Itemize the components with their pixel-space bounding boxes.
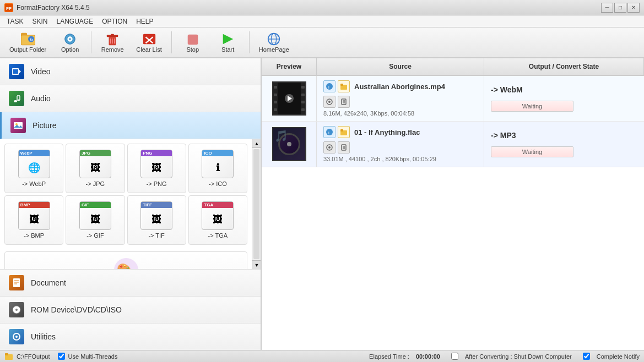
- source-header-1: i Australian Aborigines.mp4: [323, 80, 477, 92]
- option-button[interactable]: Option: [53, 29, 86, 56]
- category-utilities[interactable]: Utilities: [0, 323, 261, 350]
- jpg-format-icon: JPG 🖼: [79, 150, 111, 178]
- scroll-down-arrow[interactable]: ▼: [252, 260, 261, 269]
- tiff-format-icon: TIFF 🖼: [140, 201, 172, 230]
- source-action-row-2: [323, 141, 477, 153]
- elapsed-time-label: Elapsed Time :: [369, 353, 409, 360]
- cell-source-2: i 01 - If Anything.flac: [317, 122, 484, 167]
- category-audio[interactable]: Audio: [0, 85, 261, 112]
- info-icon-1[interactable]: i: [323, 80, 335, 92]
- format-jpg[interactable]: JPG 🖼 -> JPG: [66, 144, 125, 193]
- folder-icon-1[interactable]: [338, 80, 350, 92]
- stop-button[interactable]: Stop: [176, 29, 209, 56]
- maximize-button[interactable]: □: [614, 3, 626, 13]
- format-gif[interactable]: GIF 🖼 -> GIF: [66, 195, 125, 245]
- audio-label: Audio: [31, 94, 51, 103]
- category-document[interactable]: Document: [0, 269, 261, 296]
- svg-point-55: [326, 129, 333, 135]
- svg-point-46: [15, 336, 18, 338]
- picosmos-card[interactable]: 🎨 Picosmos Picture Tools: [4, 251, 247, 269]
- picture-icon: [10, 118, 26, 133]
- complete-notify-label: Complete Notify: [597, 353, 640, 360]
- category-rom[interactable]: ROM Device\DVD\CD\ISO: [0, 296, 261, 323]
- toolbar: ↻ Output Folder Option Remove C: [0, 28, 644, 58]
- svg-text:i: i: [328, 130, 329, 135]
- menu-help[interactable]: HELP: [132, 17, 158, 26]
- tga-label: -> TGA: [208, 232, 228, 239]
- format-tga[interactable]: TGA 🖼 -> TGA: [188, 195, 247, 245]
- format-png[interactable]: PNG 🖼 -> PNG: [127, 144, 186, 193]
- svg-rect-16: [143, 34, 155, 45]
- output-folder-label: Output Folder: [9, 46, 46, 53]
- close-button[interactable]: ✕: [627, 3, 640, 13]
- ico-format-icon: ICO ℹ: [202, 150, 234, 178]
- menu-language[interactable]: LANGUAGE: [52, 17, 98, 26]
- settings-icon-1[interactable]: [323, 96, 335, 108]
- category-picture[interactable]: Picture: [0, 112, 261, 139]
- table-row[interactable]: 🎵 i 01 - If Anything.flac: [262, 122, 644, 167]
- homepage-button[interactable]: HomePage: [254, 29, 294, 56]
- picosmos-icon: 🎨: [112, 256, 140, 269]
- menu-task[interactable]: TASK: [2, 17, 28, 26]
- format-tiff[interactable]: TIFF 🖼 -> TIF: [127, 195, 186, 245]
- webp-label: -> WebP: [22, 180, 46, 187]
- gif-label: -> GIF: [86, 232, 104, 239]
- source-header-2: i 01 - If Anything.flac: [323, 126, 477, 138]
- tiff-label: -> TIF: [148, 232, 164, 239]
- scroll-up-arrow[interactable]: ▲: [252, 139, 261, 148]
- svg-text:i: i: [328, 85, 329, 90]
- minimize-button[interactable]: ─: [601, 3, 613, 13]
- svg-rect-12: [111, 34, 114, 36]
- audio-thumbnail-2: 🎵: [272, 127, 306, 161]
- col-header-source: Source: [317, 58, 484, 75]
- scroll-thumb: [253, 149, 259, 259]
- folder-icon-2[interactable]: [338, 126, 350, 138]
- menubar: TASK SKIN LANGUAGE OPTION HELP: [0, 15, 644, 28]
- info-icon-2[interactable]: i: [323, 126, 335, 138]
- homepage-label: HomePage: [259, 46, 289, 53]
- svg-text:↻: ↻: [29, 37, 33, 42]
- rom-label: ROM Device\DVD\CD\ISO: [31, 305, 122, 314]
- svg-point-29: [14, 100, 17, 102]
- multithreads-checkbox[interactable]: [58, 353, 65, 360]
- start-button[interactable]: Start: [212, 29, 245, 56]
- toolbar-separator-1: [91, 31, 91, 53]
- svg-rect-50: [340, 84, 343, 86]
- category-video[interactable]: Video: [0, 58, 261, 85]
- clear-list-button[interactable]: Clear List: [131, 29, 166, 56]
- table-row[interactable]: i Australian Aborigines.mp4: [262, 76, 644, 122]
- audio-icon: [9, 91, 24, 106]
- format-bmp[interactable]: BMP 🖼 -> BMP: [4, 195, 63, 245]
- toolbar-separator-3: [249, 31, 250, 53]
- picture-label: Picture: [33, 121, 57, 130]
- waiting-badge-2: Waiting: [491, 146, 573, 157]
- svg-point-35: [15, 123, 18, 125]
- shutdown-checkbox[interactable]: [451, 353, 458, 360]
- settings-icon-2[interactable]: [323, 141, 335, 153]
- output-path: C:\FFOutput: [17, 353, 50, 360]
- complete-notify-checkbox[interactable]: [583, 353, 590, 360]
- menu-option[interactable]: OPTION: [98, 17, 132, 26]
- clip-icon-1[interactable]: [338, 96, 350, 108]
- output-folder-button[interactable]: ↻ Output Folder: [4, 29, 51, 56]
- table-content: i Australian Aborigines.mp4: [262, 76, 644, 350]
- right-panel: Preview Source Output / Convert State: [262, 58, 644, 350]
- output-format-2: -> MP3: [491, 131, 516, 140]
- clip-icon-2[interactable]: [338, 141, 350, 153]
- cell-source-1: i Australian Aborigines.mp4: [317, 76, 484, 121]
- format-webp[interactable]: WebP 🌐 -> WebP: [4, 144, 63, 193]
- cell-output-1: -> WebM Waiting: [484, 76, 644, 121]
- left-scrollbar[interactable]: ▲ ▼: [252, 139, 261, 269]
- col-header-preview: Preview: [262, 58, 317, 75]
- filename-1: Australian Aborigines.mp4: [354, 83, 445, 91]
- statusbar: C:\FFOutput Use Multi-Threads Elapsed Ti…: [0, 350, 644, 362]
- cell-preview-2: 🎵: [262, 122, 317, 167]
- menu-skin[interactable]: SKIN: [28, 17, 52, 26]
- svg-rect-54: [343, 100, 345, 103]
- format-ico[interactable]: ICO ℹ -> ICO: [188, 144, 247, 193]
- picture-grid-container[interactable]: WebP 🌐 -> WebP JPG 🖼 -> JPG: [0, 139, 252, 269]
- col-header-output: Output / Convert State: [484, 58, 644, 75]
- tga-format-icon: TGA 🖼: [202, 201, 234, 230]
- remove-button[interactable]: Remove: [96, 29, 129, 56]
- utilities-label: Utilities: [31, 332, 56, 341]
